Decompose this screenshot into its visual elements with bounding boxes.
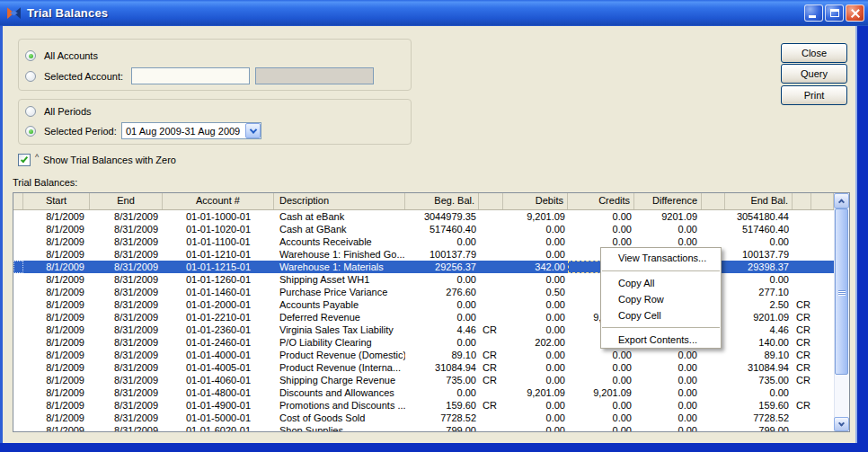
row-gutter[interactable] [13, 261, 23, 273]
cell-start[interactable]: 8/1/2009 [23, 235, 90, 248]
cell-beg-cr[interactable] [479, 235, 503, 248]
cell-beg-bal[interactable]: 7728.52 [405, 412, 479, 424]
cell-end[interactable]: 8/31/2009 [90, 323, 163, 336]
cell-end-bal[interactable]: 31084.94 [725, 361, 793, 374]
maximize-button[interactable] [825, 4, 844, 22]
cell-beg-bal[interactable]: 735.00 [405, 374, 479, 386]
cell-difference[interactable]: 0.00 [634, 235, 702, 248]
cell-credits[interactable]: 0.00 [568, 361, 634, 374]
menu-item-copy-all[interactable]: Copy All [601, 275, 721, 291]
cell-description[interactable]: Virginia Sales Tax Liability [274, 323, 405, 336]
cell-debits[interactable]: 0.00 [503, 223, 568, 235]
scrollbar-thumb[interactable] [835, 208, 848, 375]
cell-description[interactable]: Product Revenue (Domestic) [274, 349, 405, 361]
table-row[interactable]: 8/1/20098/31/200901-01-1020-01Cash at GB… [13, 223, 834, 235]
cell-beg-cr[interactable] [479, 424, 503, 431]
cell-account[interactable]: 01-01-2000-01 [163, 298, 274, 311]
cell-end-bal[interactable]: 29398.37 [725, 261, 793, 273]
cell-end-cr[interactable] [793, 235, 811, 248]
cell-account[interactable]: 01-01-6020-01 [163, 424, 274, 431]
cell-difference[interactable]: 0.00 [634, 349, 702, 361]
row-gutter[interactable] [13, 210, 23, 223]
cell-diff-cr[interactable] [702, 399, 725, 412]
cell-filler[interactable] [811, 386, 834, 399]
cell-filler[interactable] [811, 298, 834, 311]
cell-filler[interactable] [811, 248, 834, 261]
cell-end-cr[interactable] [793, 386, 811, 399]
cell-description[interactable]: Cost of Goods Sold [274, 412, 405, 424]
cell-account[interactable]: 01-01-4800-01 [163, 386, 274, 399]
row-gutter[interactable] [13, 248, 23, 261]
cell-debits[interactable]: 202.00 [503, 336, 568, 349]
cell-end[interactable]: 8/31/2009 [90, 235, 163, 248]
cell-beg-bal[interactable]: 0.00 [405, 298, 479, 311]
row-gutter[interactable] [13, 399, 23, 412]
cell-beg-bal[interactable]: 159.60 [405, 399, 479, 412]
row-gutter[interactable] [13, 286, 23, 298]
cell-end-bal[interactable]: 2.50 [725, 298, 793, 311]
cell-debits[interactable]: 0.00 [503, 298, 568, 311]
cell-filler[interactable] [811, 349, 834, 361]
row-gutter[interactable] [13, 412, 23, 424]
cell-end[interactable]: 8/31/2009 [90, 412, 163, 424]
col-description[interactable]: Description [274, 193, 405, 209]
cell-debits[interactable]: 0.00 [503, 399, 568, 412]
selected-period-radio[interactable] [25, 126, 36, 137]
cell-end-bal[interactable]: 517460.40 [725, 223, 793, 235]
cell-beg-cr[interactable]: CR [479, 323, 503, 336]
cell-end-cr[interactable] [793, 424, 811, 431]
cell-beg-bal[interactable]: 0.00 [405, 386, 479, 399]
cell-description[interactable]: Purchase Price Variance [274, 286, 405, 298]
cell-start[interactable]: 8/1/2009 [23, 210, 90, 223]
table-row[interactable]: 8/1/20098/31/200901-01-4900-01Promotions… [13, 399, 834, 412]
cell-description[interactable]: Product Revenue (Interna... [274, 361, 405, 374]
row-gutter[interactable] [13, 349, 23, 361]
cell-end[interactable]: 8/31/2009 [90, 248, 163, 261]
row-gutter[interactable] [13, 361, 23, 374]
cell-difference[interactable]: 0.00 [634, 223, 702, 235]
cell-diff-cr[interactable] [702, 361, 725, 374]
cell-end-bal[interactable]: 140.00 [725, 336, 793, 349]
cell-debits[interactable]: 0.00 [503, 273, 568, 286]
cell-diff-cr[interactable] [702, 374, 725, 386]
minimize-button[interactable] [804, 4, 823, 22]
cell-start[interactable]: 8/1/2009 [23, 298, 90, 311]
cell-beg-cr[interactable] [479, 298, 503, 311]
cell-start[interactable]: 8/1/2009 [23, 273, 90, 286]
cell-end-bal[interactable]: 0.00 [725, 235, 793, 248]
selected-account-radio[interactable] [25, 71, 36, 82]
app-icon[interactable] [6, 5, 22, 21]
row-gutter[interactable] [13, 386, 23, 399]
cell-debits[interactable]: 0.00 [503, 374, 568, 386]
cell-beg-cr[interactable] [479, 223, 503, 235]
cell-description[interactable]: Shipping Charge Revenue [274, 374, 405, 386]
table-row[interactable]: 8/1/20098/31/200901-01-4005-01Product Re… [13, 361, 834, 374]
cell-debits[interactable]: 9,201.09 [503, 386, 568, 399]
cell-beg-bal[interactable]: 517460.40 [405, 223, 479, 235]
cell-debits[interactable]: 0.00 [503, 349, 568, 361]
period-combobox[interactable]: 01 Aug 2009-31 Aug 2009 [121, 122, 261, 139]
cell-start[interactable]: 8/1/2009 [23, 399, 90, 412]
table-row[interactable]: 8/1/20098/31/200901-01-4060-01Shipping C… [13, 374, 834, 386]
cell-beg-bal[interactable]: 29256.37 [405, 261, 479, 273]
print-button[interactable]: Print [781, 85, 847, 105]
cell-debits[interactable]: 0.00 [503, 248, 568, 261]
cell-description[interactable]: Accounts Receivable [274, 235, 405, 248]
cell-credits[interactable]: 0.00 [568, 210, 634, 223]
cell-account[interactable]: 01-01-2360-01 [163, 323, 274, 336]
cell-credits[interactable]: 0.00 [568, 424, 634, 431]
cell-description[interactable]: P/O Liability Clearing [274, 336, 405, 349]
cell-difference[interactable]: 0.00 [634, 386, 702, 399]
cell-start[interactable]: 8/1/2009 [23, 374, 90, 386]
cell-difference[interactable]: 0.00 [634, 361, 702, 374]
cell-beg-bal[interactable]: 0.00 [405, 311, 479, 323]
cell-filler[interactable] [811, 412, 834, 424]
cell-end-cr[interactable] [793, 210, 811, 223]
table-row[interactable]: 8/1/20098/31/200901-01-5000-01Cost of Go… [13, 412, 834, 424]
table-row[interactable]: 8/1/20098/31/200901-01-4000-01Product Re… [13, 349, 834, 361]
cell-end[interactable]: 8/31/2009 [90, 286, 163, 298]
table-row[interactable]: 8/1/20098/31/200901-01-4800-01Discounts … [13, 386, 834, 399]
cell-description[interactable]: Discounts and Allowances [274, 386, 405, 399]
cell-diff-cr[interactable] [702, 223, 725, 235]
cell-difference[interactable]: 0.00 [634, 399, 702, 412]
